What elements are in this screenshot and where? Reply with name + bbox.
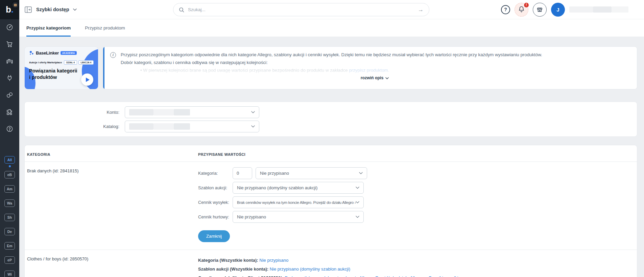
marketplace-badge-ebay[interactable]: eB: [4, 171, 15, 178]
redacted-value: [129, 123, 190, 130]
konto-label: Konto:: [25, 110, 125, 115]
brand-row: BaseLinker AKADEMIA: [29, 50, 94, 56]
redacted-value: [129, 109, 190, 115]
szablon-select[interactable]: Nie przypisano (domyślny szablon aukcji): [233, 182, 364, 194]
link-icon[interactable]: [6, 91, 13, 99]
side-panel-icon: [24, 5, 32, 14]
cennik-wysylek-label: Cennik wysyłek:: [198, 200, 233, 205]
table-header: KATEGORIA PRZYPISANE WARTOŚCI: [25, 145, 637, 162]
search-submit-arrow-icon[interactable]: →: [418, 7, 424, 13]
katalog-label: Katalog:: [25, 124, 125, 129]
tabbar: Przypisz kategoriom Przypisz produktom: [19, 19, 644, 37]
kategoria-select[interactable]: Nie przypisano: [256, 167, 367, 179]
przypisz-produktom-link[interactable]: przypisz produktom.: [349, 68, 389, 73]
marketplace-badge-de[interactable]: De: [4, 228, 15, 235]
academy-subtitle: Aukcje i oferty Marketplace: [29, 61, 62, 64]
topbar: Szybki dostęp → ? ! J: [19, 0, 644, 19]
description-text: Przypisz poszczególnym kategoriom odpowi…: [121, 51, 629, 74]
summary-value-link[interactable]: Nie przypisano: [259, 258, 288, 263]
expand-description-link[interactable]: rozwiń opis: [121, 76, 629, 80]
description-card: i Przypisz poszczególnym kategoriom odpo…: [103, 46, 637, 89]
baselinker-dots-icon: [29, 50, 34, 56]
col-kategoria-header: KATEGORIA: [27, 152, 50, 156]
help-circle-icon[interactable]: ?: [501, 5, 510, 14]
marketplace-badge-wi[interactable]: Wi: [4, 271, 15, 277]
baselinker-logo[interactable]: b.: [0, 0, 19, 19]
sidebar: b. All eB Am Wa Sh De Em eP: [0, 0, 19, 277]
cennik-hurtowy-select[interactable]: Nie przypisano: [233, 211, 364, 223]
table-row: Clothes / for boys (id: 2850570) Kategor…: [25, 250, 637, 277]
play-button[interactable]: [81, 73, 93, 86]
cennik-wysylek-select[interactable]: Brak cenników wysyłek na tym koncie Alle…: [233, 196, 364, 208]
konto-select[interactable]: [125, 106, 259, 118]
academy-sub-row: Aukcje i oferty Marketplace DZIAŁ 4 LEKC…: [29, 60, 94, 65]
search-icon: [179, 7, 184, 13]
notifications-button[interactable]: !: [515, 3, 528, 17]
summary-value-link[interactable]: Brak cenników wysyłek na tym koncie Alle…: [285, 275, 458, 277]
summary-value-link[interactable]: Nie przypisano (domyślny szablon aukcji): [270, 267, 350, 272]
cennik-wysylek-form-row: Cennik wysyłek: Brak cenników wysyłek na…: [198, 196, 367, 208]
marketplace-badge-ep[interactable]: eP: [4, 256, 15, 264]
chevron-down-icon: [251, 111, 255, 113]
username-redacted[interactable]: [569, 6, 628, 13]
katalog-select[interactable]: [125, 121, 259, 132]
brand-name: BaseLinker: [36, 50, 59, 56]
kategoria-form-row: Kategoria: 0 Nie przypisano: [198, 167, 367, 179]
category-table: KATEGORIA PRZYPISANE WARTOŚCI Brak danyc…: [24, 145, 637, 277]
close-button[interactable]: Zamknij: [198, 230, 230, 242]
cennik-hurtowy-label: Cennik hurtowy:: [198, 214, 233, 219]
global-search: →: [173, 3, 429, 16]
marketplace-store-button[interactable]: [533, 3, 547, 17]
quick-access-button[interactable]: Szybki dostęp: [24, 0, 77, 19]
plug-icon[interactable]: [6, 74, 13, 82]
kategoria-label: Kategoria:: [198, 171, 233, 176]
marketplace-badge-wa[interactable]: Wa: [4, 199, 15, 207]
konto-row: Konto:: [25, 106, 637, 118]
chip-dzial: DZIAŁ 4: [64, 60, 77, 65]
chip-lekcja: LEKCJA 4: [78, 60, 94, 65]
avatar[interactable]: J: [551, 3, 565, 17]
help-icon[interactable]: [6, 125, 13, 132]
tab-przypisz-produktom[interactable]: Przypisz produktom: [85, 19, 125, 37]
notification-badge: !: [523, 2, 529, 8]
description-line-1: Przypisz poszczególnym kategoriom odpowi…: [121, 51, 629, 59]
banner-row: BaseLinker AKADEMIA Aukcje i oferty Mark…: [24, 46, 637, 89]
academy-video-card[interactable]: BaseLinker AKADEMIA Aukcje i oferty Mark…: [24, 46, 98, 89]
szablon-label: Szablon aukcji:: [198, 185, 233, 190]
search-input[interactable]: [188, 7, 414, 12]
akademia-badge: AKADEMIA: [61, 51, 76, 55]
cart-icon[interactable]: [6, 41, 13, 48]
assignment-form: Kategoria: 0 Nie przypisano Szablon aukc…: [198, 167, 367, 242]
table-row: Brak danych (id: 2841815) Kategoria: 0 N…: [25, 162, 637, 250]
dashboard-icon[interactable]: [6, 24, 13, 31]
summary-line: Szablon aukcji (Wszystkie konta): Nie pr…: [198, 265, 458, 274]
cennik-hurtowy-form-row: Cennik hurtowy: Nie przypisano: [198, 211, 367, 223]
marketplace-badge-all[interactable]: All: [4, 156, 15, 164]
tab-przypisz-kategoriom[interactable]: Przypisz kategoriom: [26, 19, 71, 37]
logo-text: b: [6, 4, 11, 15]
category-name: Clothes / for boys (id: 2850570): [27, 255, 198, 277]
col-przypisane-header: PRZYPISANE WARTOŚCI: [198, 152, 245, 156]
chevron-down-icon: [385, 77, 389, 79]
chevron-down-icon: [356, 201, 359, 204]
kategoria-id-input[interactable]: 0: [233, 167, 252, 179]
store-icon: [536, 6, 543, 13]
description-bullet: • W pierwszej kolejności brane są pod uw…: [140, 67, 629, 74]
main-content: BaseLinker AKADEMIA Aukcje i oferty Mark…: [19, 37, 644, 277]
topbar-right-cluster: ? ! J: [501, 0, 628, 19]
category-name: Brak danych (id: 2841815): [27, 167, 198, 242]
filter-card: Konto: Katalog:: [24, 102, 637, 137]
chevron-down-icon: [356, 187, 359, 189]
summary-line: Cennik wysyłek (Konto Client:51969951): …: [198, 274, 458, 277]
puzzle-icon[interactable]: [6, 108, 13, 115]
marketplace-filter-list: All eB Am Wa Sh De Em eP Wi: [0, 156, 19, 277]
quick-access-label: Szybki dostęp: [36, 7, 69, 12]
description-line-2: Dobór kategorii, szablonu i cennika odby…: [121, 59, 629, 67]
szablon-form-row: Szablon aukcji: Nie przypisano (domyślny…: [198, 182, 367, 194]
warehouse-icon[interactable]: [6, 58, 13, 65]
marketplace-badge-empik[interactable]: Em: [4, 242, 15, 250]
marketplace-badge-amazon[interactable]: Am: [4, 185, 15, 193]
marketplace-badge-shopee[interactable]: Sh: [4, 214, 15, 221]
info-icon: i: [110, 52, 116, 58]
logo-corner-badge-icon: [11, 1, 19, 9]
